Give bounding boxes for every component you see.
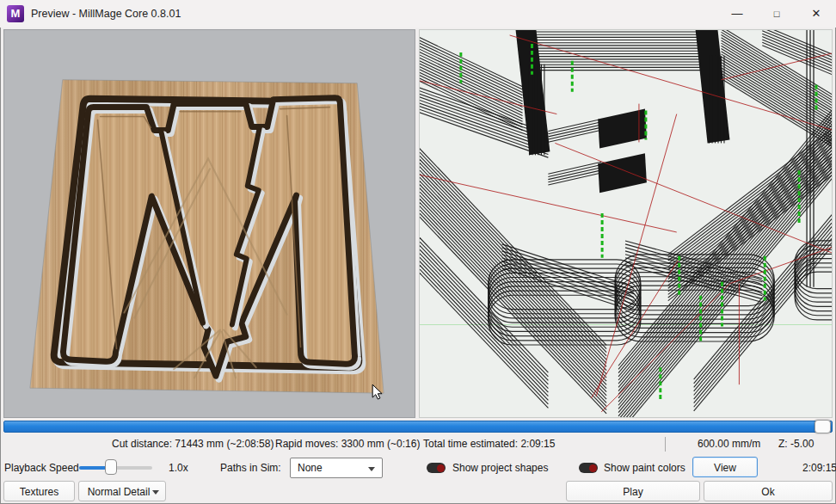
toolpath-viewport[interactable] <box>419 29 833 418</box>
slider-fill <box>79 466 108 470</box>
show-project-shapes-label: Show project shapes <box>452 462 548 474</box>
feed-rate-value: 600.00 mm/m <box>698 438 760 450</box>
toggle-knob <box>437 464 445 472</box>
window-title: Preview - MillMage Core 0.8.01 <box>31 0 181 28</box>
ok-button[interactable]: Ok <box>704 481 833 501</box>
toolpath-render <box>420 30 832 417</box>
chevron-down-icon <box>152 490 159 495</box>
preview-window: M Preview - MillMage Core 0.8.01 — □ ✕ <box>0 0 836 504</box>
carved-model-render <box>4 30 415 417</box>
minimize-button[interactable]: — <box>717 0 757 28</box>
slider-handle[interactable] <box>105 459 117 475</box>
detail-level-dropdown[interactable]: Normal Detail <box>78 481 166 501</box>
show-paint-colors-label: Show paint colors <box>604 462 685 474</box>
playback-progress-bar[interactable] <box>3 421 833 433</box>
show-paint-colors-toggle[interactable] <box>579 463 598 473</box>
paths-in-sim-dropdown[interactable]: None <box>290 458 383 478</box>
elapsed-time: 2:09:15 <box>802 462 836 474</box>
millmage-logo-icon: M <box>7 5 24 22</box>
total-time-stat: Total time estimated: 2:09:15 <box>423 438 555 450</box>
close-button[interactable]: ✕ <box>796 0 836 28</box>
footer-row: Textures Normal Detail Play Ok <box>0 479 836 501</box>
paths-in-sim-selected: None <box>298 462 323 474</box>
textures-button[interactable]: Textures <box>3 481 75 501</box>
view-button[interactable]: View <box>692 457 758 477</box>
maximize-button[interactable]: □ <box>757 0 796 28</box>
chevron-down-icon <box>368 467 375 471</box>
play-button[interactable]: Play <box>566 481 700 501</box>
playback-speed-slider[interactable] <box>79 457 152 479</box>
cut-distance-stat: Cut distance: 71443 mm (~2:08:58) <box>112 438 274 450</box>
rapid-moves-stat: Rapid moves: 3300 mm (~0:16) <box>275 438 420 450</box>
toggle-knob <box>589 464 597 472</box>
show-project-shapes-toggle[interactable] <box>427 463 446 473</box>
playback-controls-row: Playback Speed 1.0x Paths in Sim: None S… <box>0 457 836 479</box>
progress-handle[interactable] <box>814 420 831 433</box>
detail-level-value: Normal Detail <box>88 486 151 498</box>
playback-speed-label: Playback Speed <box>4 462 79 474</box>
stats-row: Cut distance: 71443 mm (~2:08:58) Rapid … <box>0 434 836 455</box>
carved-model-viewport[interactable] <box>3 29 415 418</box>
stat-divider <box>665 437 666 452</box>
z-depth-value: Z: -5.00 <box>778 438 814 450</box>
playback-speed-value: 1.0x <box>169 462 188 474</box>
paths-in-sim-label: Paths in Sim: <box>220 462 281 474</box>
title-bar[interactable]: M Preview - MillMage Core 0.8.01 — □ ✕ <box>0 0 836 28</box>
